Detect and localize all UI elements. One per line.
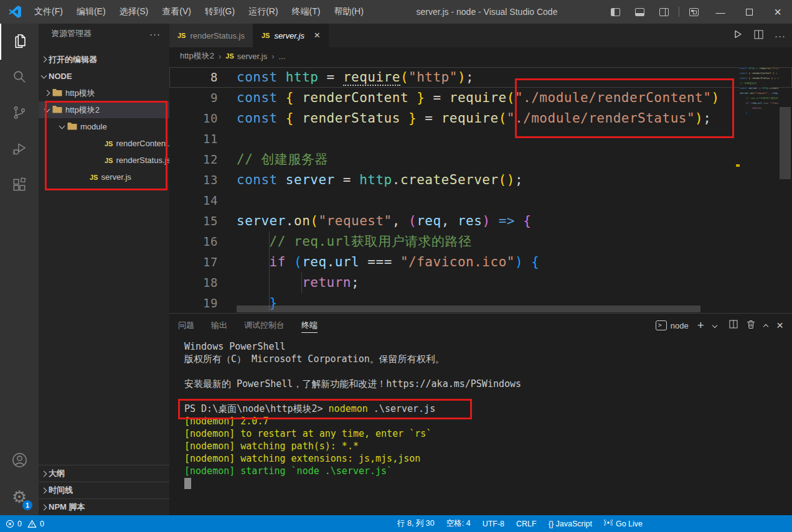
line-content: server.on("request", (req, res) => { <box>218 211 531 231</box>
tab-server.js[interactable]: JSserver.js× <box>253 24 329 47</box>
status-item-空格: 4[interactable]: 空格: 4 <box>446 518 471 529</box>
minimize-button[interactable]: — <box>706 0 735 24</box>
code-line-8: 8const http = require("http"); <box>169 67 792 88</box>
close-tab-icon[interactable]: × <box>314 29 320 42</box>
breadcrumb-item[interactable]: JSserver.js <box>225 52 267 61</box>
terminal-output[interactable]: Windows PowerShell版权所有（C） Microsoft Corp… <box>169 337 792 492</box>
line-content: const { renderContent } = require("./mod… <box>218 88 720 108</box>
terminal-line: 安装最新的 PowerShell，了解新功能和改进！https://aka.ms… <box>184 378 792 390</box>
panel-tab-问题[interactable]: 问题 <box>178 314 194 337</box>
js-file-icon: JS <box>105 140 113 147</box>
terminal-line: 版权所有（C） Microsoft Corporation。保留所有权利。 <box>184 353 792 365</box>
folder-icon <box>52 88 62 98</box>
breadcrumb-item[interactable]: http模块2 <box>180 50 214 62</box>
warning-icon <box>27 520 37 528</box>
sidebar-section-时间线[interactable]: 时间线 <box>39 482 169 498</box>
activity-explorer-button[interactable] <box>0 24 39 60</box>
panel-tab-终端[interactable]: 终端 <box>301 314 318 337</box>
code-line-10: 10const { renderStatus } = require("./mo… <box>169 108 792 129</box>
vscode-logo-icon <box>8 5 22 19</box>
more-actions-icon[interactable]: ··· <box>149 29 161 39</box>
activity-settings-button[interactable]: ⚙1 <box>0 479 39 515</box>
line-content <box>218 190 237 211</box>
minimap[interactable]: const http = require("http");const { ren… <box>740 66 778 313</box>
terminal-cursor <box>184 478 191 489</box>
run-button[interactable] <box>733 29 743 42</box>
vertical-scrollbar-thumb[interactable] <box>780 107 791 179</box>
activity-account-button[interactable] <box>0 443 39 479</box>
terminal-icon: > <box>656 320 667 330</box>
split-editor-button[interactable] <box>754 30 763 42</box>
customize-layout-icon[interactable] <box>689 8 699 16</box>
toggle-secondary-sidebar-icon[interactable] <box>659 8 669 16</box>
line-content <box>218 129 237 149</box>
menu-item-5[interactable]: 转到(G) <box>198 0 242 24</box>
toggle-sidebar-icon[interactable] <box>611 8 620 16</box>
sidebar-section-大纲[interactable]: 大纲 <box>39 465 169 482</box>
broadcast-icon <box>604 518 613 529</box>
line-content: const http = require("http"); <box>218 67 474 88</box>
maximize-panel-icon[interactable] <box>763 324 768 329</box>
activity-search-button[interactable] <box>0 60 39 96</box>
menu-item-6[interactable]: 运行(R) <box>242 0 285 24</box>
terminal-name: node <box>671 321 689 330</box>
panel-tab-输出[interactable]: 输出 <box>211 314 227 337</box>
open-editors-section[interactable]: 打开的编辑器 <box>39 51 169 68</box>
terminal-dropdown-icon[interactable] <box>712 323 717 328</box>
new-terminal-button[interactable]: + <box>697 319 704 332</box>
menu-item-7[interactable]: 终端(T) <box>285 0 328 24</box>
tree-item-http模块[interactable]: http模块 <box>39 85 169 101</box>
terminal-line: [nodemon] to restart at any time, enter … <box>184 427 792 440</box>
menu-item-3[interactable]: 选择(S) <box>113 0 156 24</box>
split-terminal-button[interactable] <box>729 320 738 331</box>
breadcrumb-separator-icon: › <box>271 52 274 61</box>
status-label: UTF-8 <box>483 520 504 528</box>
status-item-{} JavaScript[interactable]: {} JavaScript <box>549 520 592 528</box>
tree-item-renderStatus.js[interactable]: JSrenderStatus.js <box>39 152 169 169</box>
activity-bar: ⚙1 <box>0 24 39 515</box>
section-label: NPM 脚本 <box>49 502 85 513</box>
breadcrumb-item[interactable]: ... <box>278 52 285 61</box>
chevron-right-icon <box>41 57 47 63</box>
terminal-line: [nodemon] watching extensions: js,mjs,js… <box>184 452 792 465</box>
activity-source-control-button[interactable] <box>0 96 39 132</box>
tree-item-server.js[interactable]: JSserver.js <box>39 169 169 185</box>
indent-guide <box>301 273 302 293</box>
menu-item-4[interactable]: 查看(V) <box>155 0 198 24</box>
chevron-down-icon <box>44 106 50 112</box>
status-item-行 8, 列 30[interactable]: 行 8, 列 30 <box>397 518 435 529</box>
menu-item-2[interactable]: 编辑(E) <box>70 0 113 24</box>
terminal-picker[interactable]: > node <box>656 320 689 330</box>
status-item-CRLF[interactable]: CRLF <box>516 520 537 528</box>
vertical-scrollbar[interactable] <box>778 65 792 313</box>
close-panel-icon[interactable]: × <box>776 319 783 332</box>
tab-renderStatus.js[interactable]: JSrenderStatus.js <box>169 24 253 47</box>
workspace-section[interactable]: NODE <box>39 68 169 85</box>
status-item-Go Live[interactable]: Go Live <box>604 518 643 529</box>
menu-item-1[interactable]: 文件(F) <box>27 0 70 24</box>
line-number: 13 <box>169 170 218 190</box>
line-content: // req.url获取用户请求的路径 <box>218 231 472 252</box>
tree-item-label: module <box>80 122 107 131</box>
problems-status[interactable]: 0 0 <box>0 520 44 528</box>
activity-extensions-button[interactable] <box>0 168 39 204</box>
close-button[interactable]: × <box>763 0 792 24</box>
kill-terminal-button[interactable] <box>747 320 755 332</box>
horizontal-scrollbar-thumb[interactable] <box>237 306 700 312</box>
tree-item-module[interactable]: module <box>39 118 169 135</box>
code-line-17: 17 if (req.url === "/favicon.ico") { <box>169 252 792 273</box>
terminal-line: [nodemon] 2.0.7 <box>184 415 792 427</box>
tree-item-renderContent.js[interactable]: JSrenderContent.js <box>39 135 169 152</box>
sidebar-section-NPM 脚本[interactable]: NPM 脚本 <box>39 498 169 515</box>
activity-run-debug-button[interactable] <box>0 132 39 168</box>
editor-actions: ··· <box>733 24 786 47</box>
code-editor[interactable]: 8const http = require("http");9const { r… <box>169 65 792 313</box>
line-number: 19 <box>169 293 218 313</box>
toggle-panel-icon[interactable] <box>635 8 644 16</box>
tree-item-http模块2[interactable]: http模块2 <box>39 101 169 118</box>
more-actions-button[interactable]: ··· <box>775 30 786 41</box>
maximize-button[interactable] <box>735 0 763 24</box>
status-item-UTF-8[interactable]: UTF-8 <box>483 520 504 528</box>
panel-tab-调试控制台[interactable]: 调试控制台 <box>244 314 285 337</box>
menu-item-8[interactable]: 帮助(H) <box>327 0 370 24</box>
